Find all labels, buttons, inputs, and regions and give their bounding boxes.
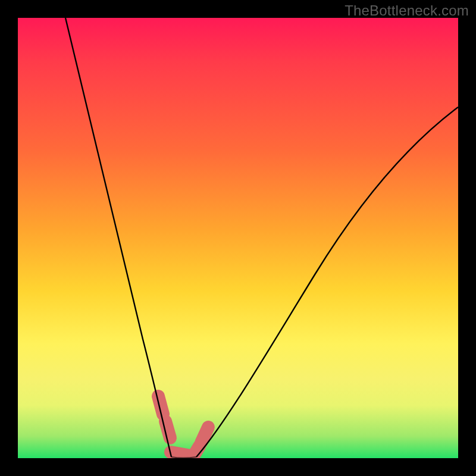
- curve-layer: [18, 18, 458, 458]
- watermark-text: TheBottleneck.com: [345, 2, 469, 19]
- highlight-valley: [158, 396, 208, 455]
- curve-left-branch: [65, 18, 171, 457]
- chart-container: TheBottleneck.com: [0, 0, 476, 476]
- plot-area: [18, 18, 458, 458]
- curve-right-branch: [196, 107, 458, 457]
